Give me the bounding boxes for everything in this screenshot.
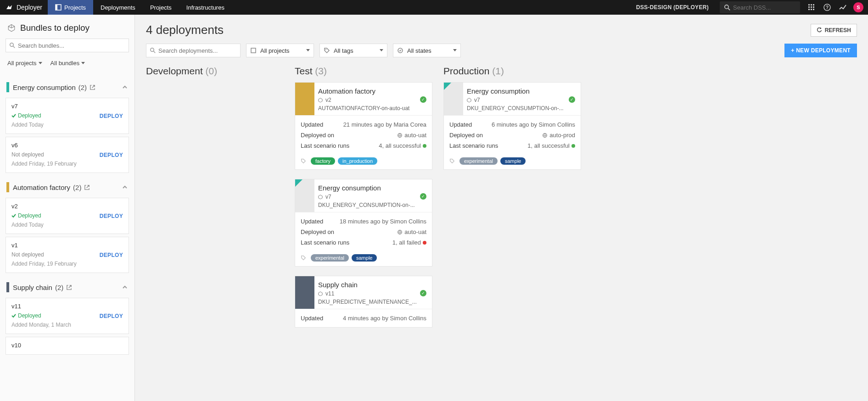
tag[interactable]: in_production	[338, 157, 377, 165]
filter-bundles-dd[interactable]: All bundles	[50, 60, 85, 67]
stages-row: Development (0)Test (3) Automation facto…	[146, 66, 857, 337]
chevron-down-icon	[453, 49, 457, 53]
deployment-search[interactable]	[146, 44, 241, 57]
tag[interactable]: sample	[500, 157, 526, 165]
tag[interactable]: experimental	[459, 157, 498, 165]
global-search[interactable]	[720, 1, 800, 13]
bundle-group: Energy consumption(2) v7 Deployed Added …	[6, 79, 129, 173]
filter-tags[interactable]: All tags	[319, 44, 387, 57]
external-link-icon[interactable]	[90, 84, 95, 90]
tag-icon	[324, 47, 330, 54]
bundle-version: v2	[11, 203, 123, 210]
deployment-card[interactable]: Energy consumption v7 DKU_ENERGY_CONSUMP…	[295, 179, 432, 267]
color-indicator	[6, 282, 9, 292]
deploy-button[interactable]: DEPLOY	[100, 152, 123, 158]
card-body: Updated18 minutes ago by Simon CollinsDe…	[295, 212, 432, 251]
deploy-button[interactable]: DEPLOY	[100, 213, 123, 219]
bundle-card[interactable]: v6 Not deployed Added Friday, 19 Februar…	[6, 137, 129, 173]
content: 4 deployments REFRESH All projects All t…	[135, 15, 868, 401]
deployment-card[interactable]: Automation factory v2 AUTOMATIONFACTORY-…	[295, 82, 432, 170]
nav-tab-deployments[interactable]: Deployments	[93, 0, 143, 15]
app-logo[interactable]: Deployer	[0, 0, 48, 15]
svg-rect-9	[813, 6, 814, 8]
page-title: 4 deployments	[146, 23, 811, 37]
search-icon	[10, 43, 15, 48]
bundle-card[interactable]: v11 Deployed Added Monday, 1 March DEPLO…	[6, 298, 129, 334]
apps-icon[interactable]	[805, 0, 818, 15]
deployment-search-input[interactable]	[158, 47, 236, 54]
search-icon	[150, 48, 156, 53]
svg-rect-11	[811, 9, 812, 10]
cube-icon	[318, 98, 323, 102]
bundle-version: v1	[11, 242, 123, 249]
bundle-card[interactable]: v1 Not deployed Added Friday, 19 Februar…	[6, 237, 129, 273]
user-avatar[interactable]: S	[853, 2, 863, 12]
external-link-icon[interactable]	[66, 284, 72, 290]
tag-icon	[449, 158, 455, 164]
refresh-button[interactable]: REFRESH	[811, 24, 857, 37]
svg-rect-4	[808, 4, 810, 6]
bird-icon	[6, 4, 13, 11]
check-icon	[11, 213, 16, 218]
bundle-group-header[interactable]: Supply chain(2)	[6, 279, 129, 295]
deploy-button[interactable]: DEPLOY	[100, 113, 123, 119]
bundle-group-header[interactable]: Automation factory(2)	[6, 179, 129, 195]
deploy-button[interactable]: DEPLOY	[100, 313, 123, 319]
help-icon[interactable]: ?	[820, 0, 834, 15]
bundle-search-input[interactable]	[18, 42, 125, 49]
filter-projects[interactable]: All projects	[246, 44, 314, 57]
svg-rect-1	[56, 5, 57, 10]
deployment-title: Automation factory	[318, 87, 426, 95]
filter-projects-dd[interactable]: All projects	[7, 60, 42, 67]
activity-icon[interactable]	[836, 0, 850, 15]
deployment-card[interactable]: Supply chain v11 DKU_PREDICTIVE_MAINTENA…	[295, 276, 432, 328]
bundle-group-title: Supply chain(2)	[13, 284, 118, 291]
external-link-icon[interactable]	[84, 184, 90, 190]
bundle-group-header[interactable]: Energy consumption(2)	[6, 79, 129, 95]
new-deployment-button[interactable]: + NEW DEPLOYMENT	[784, 44, 857, 57]
nav-tab-projects-2[interactable]: Projects	[143, 0, 179, 15]
nav-tab-projects[interactable]: Projects	[48, 0, 93, 15]
bundle-added: Added Monday, 1 March	[11, 322, 123, 328]
chevron-up-icon	[122, 284, 128, 290]
nav-tabs: Projects Deployments Projects Infrastruc…	[48, 0, 232, 15]
deployed-on-value: auto-uat	[397, 228, 426, 235]
status-indicator	[420, 193, 426, 200]
deployment-version: v7	[467, 97, 575, 103]
cube-icon	[318, 291, 323, 296]
stage-header: Development (0)	[146, 66, 284, 77]
tag[interactable]: factory	[311, 157, 335, 165]
corner-badge	[444, 83, 451, 90]
global-search-input[interactable]	[733, 4, 810, 11]
cube-icon	[318, 195, 323, 199]
bundle-added: Added Today	[11, 222, 123, 228]
cube-icon	[467, 98, 471, 102]
nav-tab-infrastructures[interactable]: Infrastructures	[179, 0, 232, 15]
svg-rect-8	[811, 6, 812, 8]
sidebar-search[interactable]	[6, 39, 129, 52]
deployment-card[interactable]: Energy consumption v7 DKU_ENERGY_CONSUMP…	[443, 82, 581, 170]
bundle-added: Added Friday, 19 February	[11, 161, 123, 167]
check-icon	[11, 313, 16, 318]
bundle-version: v10	[11, 342, 123, 349]
stage-column: Development (0)	[146, 66, 284, 82]
tag-icon	[301, 158, 306, 164]
status-indicator	[420, 290, 426, 296]
card-thumbnail	[444, 83, 463, 115]
bundle-group: Automation factory(2) v2 Deployed Added …	[6, 179, 129, 273]
server-icon	[542, 133, 548, 138]
tag[interactable]: sample	[352, 254, 377, 262]
bundle-card[interactable]: v7 Deployed Added Today DEPLOY	[6, 98, 129, 134]
deploy-button[interactable]: DEPLOY	[100, 252, 123, 258]
card-body: Updated4 minutes ago by Simon Collins	[295, 309, 432, 327]
status-indicator	[569, 96, 575, 103]
bundle-version: v7	[11, 103, 123, 110]
cube-icon	[7, 24, 16, 32]
tag[interactable]: experimental	[311, 254, 349, 262]
bundle-card[interactable]: v10	[6, 337, 129, 355]
deployment-key: DKU_PREDICTIVE_MAINTENANCE_...	[318, 299, 426, 305]
instance-label: DSS-DESIGN (DEPLOYER)	[630, 4, 715, 11]
filter-states[interactable]: All states	[393, 44, 461, 57]
bundle-group-title: Automation factory(2)	[13, 184, 118, 191]
bundle-card[interactable]: v2 Deployed Added Today DEPLOY	[6, 198, 129, 234]
